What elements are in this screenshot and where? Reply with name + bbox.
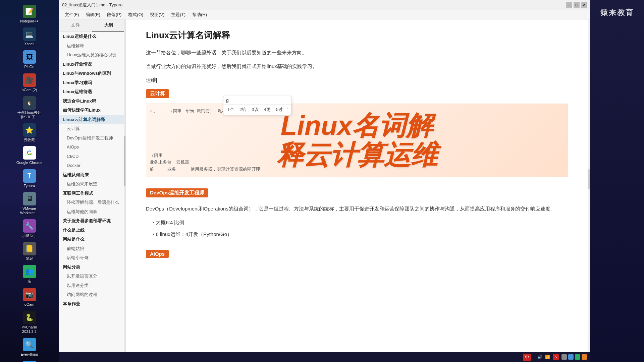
- outline-item[interactable]: 前端姑娘: [59, 244, 125, 253]
- outline-item-active[interactable]: Linux云计算名词解释: [59, 115, 125, 124]
- sidebar-scrollbar-thumb[interactable]: [124, 136, 125, 186]
- menu-file[interactable]: 文件(F): [61, 11, 83, 18]
- autocomplete-suggestions: 1个 2给 3该 4更 5过 ›: [223, 105, 291, 115]
- outline-item[interactable]: DevOps运维开发工程师: [59, 133, 125, 143]
- outline-item[interactable]: 后端小哥哥: [59, 253, 125, 262]
- desktop-icon-notepad[interactable]: 📝 Notepad++: [16, 5, 43, 23]
- outline-item[interactable]: 以开发语言区分: [59, 272, 125, 281]
- desktop-icon-ocam[interactable]: 🎥 oCam (2): [16, 73, 43, 92]
- menu-theme[interactable]: 主题(T): [168, 11, 189, 18]
- taskbar-separator: ·: [534, 355, 535, 359]
- desktop-icon-ocam2[interactable]: 📷 oCam: [16, 288, 43, 307]
- outline-item[interactable]: 互联网工作模式: [59, 189, 125, 198]
- autocomplete-char: g: [226, 98, 229, 103]
- cursor-text: 运维: [146, 77, 156, 83]
- taskbar-icon-4[interactable]: [582, 354, 587, 360]
- desktop-icon-tools[interactable]: 🔧 小脑助手: [16, 219, 43, 238]
- desktop-icon-xshell[interactable]: 💻 Xshell: [16, 27, 43, 46]
- outline-item[interactable]: AIOps: [59, 142, 125, 152]
- taskbar-volume[interactable]: 🔊: [537, 355, 542, 359]
- outline-item[interactable]: Linux学习难吗: [59, 78, 125, 87]
- suggestion-5[interactable]: 5过: [275, 106, 284, 113]
- taskbar-network[interactable]: 📶: [545, 355, 550, 359]
- aiops-badge: AIOps: [146, 250, 169, 258]
- outline-item[interactable]: 以用途分类: [59, 281, 125, 290]
- desktop-icon-docker[interactable]: 🐳 Docker Desktop: [16, 361, 43, 362]
- desktop-icon-vmware[interactable]: 🖥 VMware Workstati...: [16, 192, 43, 215]
- devops-divider: [146, 244, 568, 244]
- outline-item[interactable]: 关于服务器多套部署环境: [59, 216, 125, 226]
- xshell-label: Xshell: [24, 42, 35, 46]
- outline-item[interactable]: 网站是什么: [59, 235, 125, 244]
- outline-item[interactable]: 本章作业: [59, 299, 125, 309]
- taskbar-items: 中 · 🔊 📶 S: [523, 354, 587, 361]
- pycharm-label: PyCharm 2021.3.2: [16, 325, 43, 334]
- outline-item[interactable]: 运维从何而来: [59, 170, 125, 180]
- menu-edit[interactable]: 编辑(E): [83, 11, 104, 18]
- outline-item[interactable]: 云计算: [59, 124, 125, 133]
- suggestion-3[interactable]: 3该: [250, 106, 260, 113]
- desktop-icon-picgo[interactable]: 🖼 PicGo: [16, 50, 43, 69]
- outline-item[interactable]: 什么是上线: [59, 226, 125, 235]
- outline-item[interactable]: 运维的未来展望: [59, 179, 125, 189]
- right-decoration-panel: 猿来教育: [590, 0, 644, 362]
- menu-view[interactable]: 视图(V): [147, 11, 168, 18]
- watermark-line1: 猿来教育: [600, 7, 634, 18]
- doc-title: Linux云计算名词解释: [146, 29, 568, 41]
- menu-paragraph[interactable]: 段落(P): [104, 11, 125, 18]
- outline-item[interactable]: 运维解释: [59, 41, 125, 51]
- suggestion-2[interactable]: 2给: [238, 106, 248, 113]
- taskbar-icon-3[interactable]: [575, 354, 580, 360]
- outline-item[interactable]: Linux运维人员的核心职责: [59, 50, 125, 60]
- taskbar-icon-2[interactable]: [568, 354, 574, 360]
- xshell-icon: 💻: [23, 27, 36, 41]
- ime-indicator[interactable]: 中: [523, 354, 531, 361]
- autocomplete-arrow-icon[interactable]: ›: [287, 106, 288, 113]
- menu-format[interactable]: 格式(O): [125, 11, 147, 18]
- suggestion-4[interactable]: 4更: [263, 106, 272, 113]
- outline-item[interactable]: Linux行业情况: [59, 60, 125, 69]
- editor-area[interactable]: Linux云计算名词解释 这一节给各位，聊聊一些题外话，关于我们以后要知道的一些…: [126, 19, 588, 353]
- autocomplete-popup[interactable]: g 1个 2给 3该 4更 5过 ›: [223, 96, 291, 115]
- outline-item[interactable]: Docker: [59, 161, 125, 170]
- menu-help[interactable]: 帮助(H): [189, 11, 210, 18]
- close-button[interactable]: ✕: [581, 2, 587, 8]
- outline-item[interactable]: 运维与他的同事: [59, 207, 125, 217]
- maximize-button[interactable]: □: [574, 2, 580, 8]
- devops-section: DevOps运维开发工程师 DevOps（Development和Operati…: [146, 188, 568, 244]
- desktop-icon-notes[interactable]: 📒 笔记: [16, 242, 43, 261]
- minimize-button[interactable]: ─: [566, 2, 572, 8]
- devops-list-2: 6 linux运维：4开发（Python/Go）: [153, 230, 568, 239]
- outline-item[interactable]: CI/CD: [59, 152, 125, 161]
- outline-item[interactable]: 如何快速学习Linux: [59, 106, 125, 115]
- suggestion-1[interactable]: 1个: [226, 106, 235, 113]
- text-cursor: [156, 78, 157, 83]
- desktop-icon-daily[interactable]: ⭐ 云收藏: [16, 123, 43, 142]
- taskbar-ocam-indicator[interactable]: S: [553, 354, 559, 360]
- tab-outline[interactable]: 大纲: [92, 19, 126, 32]
- taskbar-icon-1[interactable]: [561, 354, 567, 360]
- sidebar: 文件 大纲 Linux运维是什么 运维解释 Linux运维人员的核心职责 Lin…: [59, 19, 126, 353]
- desktop-icon-everything[interactable]: 🔍 Everything: [16, 338, 43, 357]
- desktop-icon-google[interactable]: Google Chrome: [16, 146, 43, 165]
- outline-item[interactable]: 访问网站的过程: [59, 290, 125, 299]
- outline-item[interactable]: Linux运维是什么: [59, 32, 125, 41]
- section-divider: [146, 183, 568, 183]
- outline-item[interactable]: Linux与Windows的区别: [59, 69, 125, 78]
- outline-item[interactable]: 网站分类: [59, 262, 125, 272]
- tab-file[interactable]: 文件: [59, 19, 92, 32]
- outline-item[interactable]: 我适合学Linux吗: [59, 97, 125, 106]
- scrollbar-thumb[interactable]: [588, 169, 590, 189]
- editor-scrollbar[interactable]: [588, 19, 590, 353]
- desktop-icon-pycharm[interactable]: 🐍 PyCharm 2021.3.2: [16, 311, 43, 334]
- desktop-icon-linux[interactable]: 🐧 十年Linux云计算SRE工...: [16, 96, 43, 119]
- cursor-paragraph[interactable]: 运维: [146, 75, 568, 84]
- pycharm-icon: 🐍: [23, 311, 36, 324]
- watermark: 猿来教育: [600, 7, 634, 18]
- desktop-icon-contacts[interactable]: 👥 亲: [16, 265, 43, 284]
- outline-item[interactable]: Linux运维待遇: [59, 87, 125, 97]
- ocam-label: oCam (2): [22, 88, 37, 92]
- outline-item[interactable]: 轻松理解前端、后端是什么: [59, 198, 125, 207]
- paragraph-1: 这一节给各位，聊聊一些题外话，关于我们以后要知道的一些未来方向。: [146, 48, 568, 57]
- desktop-icon-typora[interactable]: T Typora: [16, 169, 43, 188]
